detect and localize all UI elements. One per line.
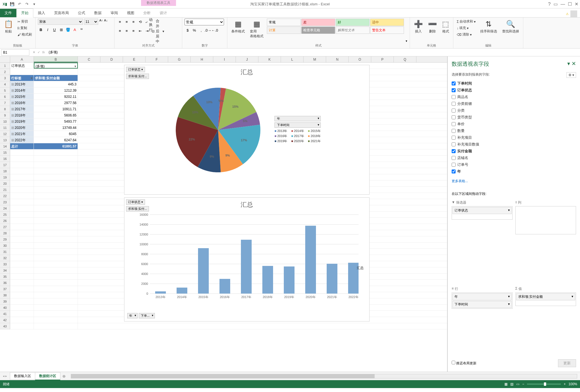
view-layout-icon[interactable]: ▤ [510,382,513,386]
area-columns[interactable] [515,206,576,234]
tab-formulas[interactable]: 公式 [73,9,90,17]
legend-year-button[interactable]: 年 [274,116,321,121]
pivot-row-header[interactable]: 行标签▾ [10,75,34,81]
format-cells-button[interactable]: ⬚格式 [440,19,451,35]
bar-chart-object[interactable]: 订单状态 ▾ 求和项:实付... 汇总 ■ 汇总 020004000600080… [124,197,370,321]
close-icon[interactable]: ✕ [575,1,578,7]
more-tables-link[interactable]: 更多表格... [452,179,576,184]
cut-button[interactable]: ✂ 剪切 [16,19,33,25]
update-button[interactable]: 更新 [558,359,576,367]
maximize-icon[interactable]: ☐ [568,1,572,7]
row-header[interactable]: 6 [0,94,10,100]
col-header[interactable]: D [100,56,123,62]
row-header[interactable]: 17 [0,162,10,168]
style-normal[interactable]: 常规 [267,19,301,26]
field-item[interactable]: 分类 [452,107,576,114]
field-item[interactable]: 分类前缀 [452,100,576,107]
field-item[interactable]: 店铺名 [452,155,576,161]
orientation-icon[interactable]: ⟲ [137,19,143,25]
row-header[interactable]: 25 [0,212,10,218]
indent-inc-icon[interactable]: ⇥ [144,28,150,34]
align-bot-icon[interactable]: ≡ [130,19,137,25]
col-header[interactable]: C [78,56,100,62]
col-header[interactable]: G [168,56,191,62]
row-header[interactable]: 1 [0,63,10,69]
number-format-select[interactable]: 常规 [184,19,224,25]
horizontal-scrollbar[interactable] [71,374,577,378]
comma-icon[interactable]: , [198,27,204,33]
row-header[interactable]: 30 [0,243,10,249]
field-item[interactable]: 年 [452,168,576,175]
row-header[interactable]: 11 [0,125,10,131]
col-header[interactable]: H [191,56,213,62]
align-center-icon[interactable]: ≡ [124,28,130,34]
pivot-row-label[interactable]: ⊞2013年 [10,81,34,87]
field-pane-gear-icon[interactable]: ⚙ ▾ [566,72,576,78]
col-header[interactable]: A [10,56,34,62]
axis-time-button[interactable]: 下单... [139,313,155,318]
row-header[interactable]: 7 [0,100,10,106]
style-explain[interactable]: 解释性文本 [336,27,370,34]
area-item[interactable]: 求和项:实付金额▾ [516,293,575,300]
tab-home[interactable]: 开始 [16,8,33,17]
insert-cells-button[interactable]: ➕插入 [412,19,425,35]
tab-insert[interactable]: 插入 [33,9,50,17]
style-bad[interactable]: 差 [301,19,335,26]
name-box[interactable] [1,49,29,56]
phonetic-button[interactable]: ᵂ [78,27,85,33]
row-header[interactable]: 4 [0,81,10,87]
area-item[interactable]: 订单状态▾ [452,207,512,214]
wrap-text-button[interactable]: ⤶ 自动换行 [144,19,156,26]
tab-layout[interactable]: 页面布局 [50,9,73,17]
font-name-select[interactable]: 宋体 [38,19,83,25]
fx-icon[interactable]: fx [42,50,45,54]
increase-font-icon[interactable]: A↑ [99,19,103,25]
row-header[interactable]: 28 [0,230,10,236]
fill-button[interactable]: ↓ 填充 ▾ [456,25,477,31]
row-header[interactable]: 42 [0,317,10,323]
row-header[interactable]: 40 [0,305,10,311]
row-header[interactable]: 19 [0,174,10,180]
percent-icon[interactable]: % [191,27,197,33]
row-header[interactable]: 12 [0,131,10,137]
field-item[interactable]: 订单状态 [452,87,576,94]
border-button[interactable]: ⊞ [58,27,64,33]
field-pane-menu-icon[interactable]: ▾ [567,61,570,67]
chart-values-button[interactable]: 求和项:实付... [126,74,149,79]
chart-values-button[interactable]: 求和项:实付... [126,206,149,212]
row-header[interactable]: 24 [0,205,10,212]
sheet-nav[interactable]: ◂ ▸ [0,374,10,378]
field-item[interactable]: 补充项目数值 [452,141,576,148]
row-header[interactable]: 14 [0,143,10,149]
font-color-button[interactable]: A [72,27,78,33]
cancel-formula-icon[interactable]: ✕ [33,50,35,54]
sort-filter-button[interactable]: ⇅排序和筛选 [478,19,499,35]
row-header[interactable]: 15 [0,149,10,156]
user-icon[interactable] [570,10,577,17]
fill-color-button[interactable]: 🪣 [65,27,71,33]
formula-input[interactable] [47,49,580,56]
pivot-row-label[interactable]: ⊞2018年 [10,112,34,118]
security-warning-icon[interactable]: ⚠ [566,12,569,16]
style-warning[interactable]: 警告文本 [370,27,404,34]
area-filter[interactable]: 订单状态▾ [452,206,513,220]
pivot-row-label[interactable]: ⊞2014年 [10,87,34,93]
row-header[interactable]: 32 [0,255,10,261]
undo-icon[interactable]: ↶ [16,1,23,7]
style-calc[interactable]: 计算 [267,27,301,34]
row-header[interactable]: 8 [0,106,10,112]
style-good[interactable]: 好 [336,19,370,26]
row-header[interactable]: 16 [0,156,10,162]
indent-dec-icon[interactable]: ⇤ [137,28,143,34]
col-header[interactable]: F [146,56,168,62]
col-header[interactable]: E [123,56,146,62]
dec-decimal-icon[interactable]: ←.0 [212,27,218,33]
field-item[interactable]: 货币类型 [452,114,576,121]
pivot-row-label[interactable]: ⊞2021年 [10,131,34,137]
field-item[interactable]: 下单时间 [452,80,576,87]
row-header[interactable]: 3 [0,75,10,81]
tab-analyze[interactable]: 分析 [139,9,155,17]
add-sheet-button[interactable]: ⊕ [60,374,68,378]
styles-more-icon[interactable]: ▾ [406,39,407,43]
field-item[interactable]: 数量 [452,127,576,134]
